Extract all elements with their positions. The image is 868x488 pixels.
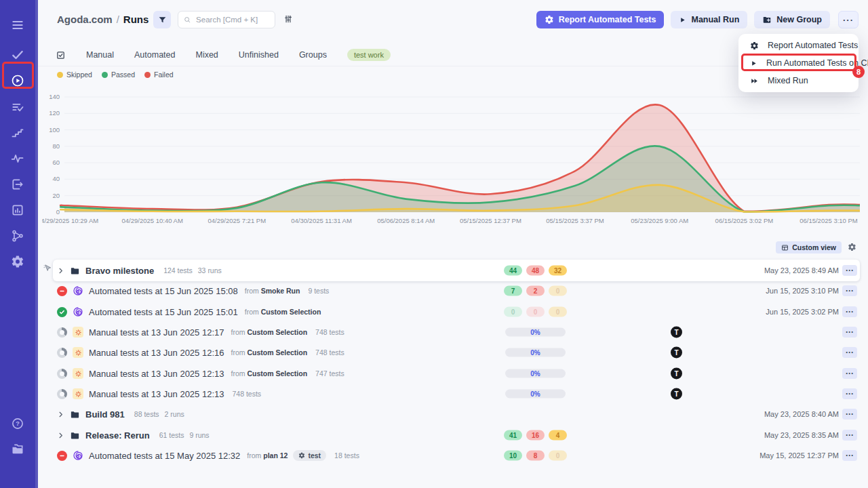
tests-count: 748 tests [232,390,261,398]
result-badges: 41164 [504,430,567,441]
new-group-button[interactable]: New Group [754,11,830,28]
row-menu-button[interactable]: ··· [842,430,857,441]
branch-icon [11,229,24,243]
status-failed-icon [57,451,67,461]
select-runs-icon[interactable] [56,50,66,60]
sidebar-item-branch[interactable] [0,223,35,249]
table-row[interactable]: Release: Rerun61 tests9 runs41164May 23,… [0,426,868,444]
sidebar-item-help[interactable] [0,411,35,436]
group-title[interactable]: Release: Rerun [85,430,150,441]
sidebar-item-folders[interactable] [0,436,35,462]
expand-chevron-icon[interactable] [57,432,64,439]
tab-mixed[interactable]: Mixed [195,50,218,60]
legend-dot [102,72,108,78]
table-row[interactable]: Automated tests at 15 May 2025 12:32from… [0,447,868,464]
row-menu-button[interactable]: ··· [842,347,857,358]
manual-run-icon [73,347,83,358]
sidebar-item-play-circle[interactable] [0,68,35,94]
table-row[interactable]: Bravo milestone124 tests33 runs444832May… [0,262,868,279]
row-main: Automated tests at 15 May 2025 12:32from… [57,447,359,464]
run-title[interactable]: Automated tests at 15 Jun 2025 15:01 [89,307,238,317]
more-actions-button[interactable]: ··· [838,11,859,28]
table-row[interactable]: Manual tests at 13 Jun 2025 12:17from Cu… [0,323,868,341]
assignee-avatar[interactable]: T [671,388,682,400]
row-menu-button[interactable]: ··· [842,368,857,379]
search-settings-icon[interactable] [283,14,293,24]
run-tag[interactable]: test [293,450,326,461]
row-menu-button[interactable]: ··· [842,265,857,276]
assignee-avatar[interactable]: T [671,327,682,338]
group-title[interactable]: Bravo milestone [85,266,154,276]
table-row[interactable]: Automated tests at 15 Jun 2025 15:01from… [0,303,868,321]
run-title[interactable]: Manual tests at 13 Jun 2025 12:16 [89,348,224,358]
skipped-badge: 0 [549,307,567,317]
filter-tag-pill[interactable]: test work [347,49,391,61]
custom-view-button[interactable]: Custom view [776,241,842,253]
table-row[interactable]: Build 98188 tests2 runsMay 23, 2025 8:40… [0,405,868,423]
run-date: Jun 15, 2025 3:02 PM [766,308,839,316]
row-menu-button[interactable]: ··· [842,285,857,296]
sidebar-item-menu[interactable] [0,12,35,38]
table-row[interactable]: Manual tests at 13 Jun 2025 12:13from Cu… [0,365,868,382]
table-row[interactable]: Automated tests at 15 Jun 2025 15:08from… [0,282,868,300]
gear-icon [545,15,554,24]
folder-icon [70,430,80,441]
manual-run-button[interactable]: Manual Run [671,11,747,28]
gear-icon [298,452,305,459]
assignee-avatar[interactable]: T [671,368,682,380]
legend-label: Failed [154,70,174,79]
expand-chevron-icon[interactable] [57,411,64,418]
menu-item-run-automated-tests-on-ci[interactable]: Run Automated Tests on CI [738,54,859,72]
table-row[interactable]: Manual tests at 13 Jun 2025 12:16from Cu… [0,344,868,361]
report-automated-tests-button[interactable]: Report Automated Tests [536,11,665,28]
sidebar-item-steps[interactable] [0,120,35,146]
sidebar-item-check[interactable] [0,42,35,68]
row-menu-button[interactable]: ··· [842,450,857,461]
legend-dot [57,72,63,78]
menu-item-mixed-run[interactable]: Mixed Run [738,72,859,89]
result-badges: 000 [504,307,567,317]
tab-groups[interactable]: Groups [299,50,327,60]
menu-item-report-automated-tests[interactable]: Report Automated Tests [738,37,859,54]
sidebar-item-import[interactable] [0,171,35,197]
run-title[interactable]: Manual tests at 13 Jun 2025 12:13 [89,389,224,399]
run-date: May 23, 2025 8:40 AM [764,410,839,418]
view-settings-icon[interactable] [848,243,856,251]
row-menu-button[interactable]: ··· [842,306,857,317]
search-box [178,11,275,28]
svg-text:04/30/2025 11:31 AM: 04/30/2025 11:31 AM [291,217,352,224]
tab-manual[interactable]: Manual [86,50,114,60]
table-row[interactable]: Manual tests at 13 Jun 2025 12:13748 tes… [0,385,868,403]
svg-text:04/29/2025 10:40 AM: 04/29/2025 10:40 AM [122,217,183,224]
automated-run-icon [73,306,83,317]
svg-text:05/15/2025 12:37 PM: 05/15/2025 12:37 PM [460,217,521,224]
runs-count: 9 runs [189,431,209,439]
tab-unfinished[interactable]: Unfinished [239,50,279,60]
row-menu-button[interactable]: ··· [842,327,857,338]
expand-chevron-icon[interactable] [57,267,64,274]
legend-dot [144,72,151,78]
skipped-badge: 0 [549,286,567,296]
legend-item: Failed [144,70,174,79]
run-date: May 23, 2025 8:49 AM [764,266,839,274]
sidebar-item-list-check[interactable] [0,94,35,120]
assignee-avatar[interactable]: T [671,347,682,359]
run-title[interactable]: Automated tests at 15 May 2025 12:32 [89,451,240,461]
tab-automated[interactable]: Automated [134,50,175,60]
row-menu-button[interactable]: ··· [842,388,857,399]
sidebar-item-chart[interactable] [0,197,35,223]
search-input[interactable] [195,15,269,24]
passed-badge: 41 [504,430,522,441]
breadcrumb-project[interactable]: Agoda.com [57,14,113,25]
sidebar-item-gear[interactable] [0,249,35,274]
run-title[interactable]: Automated tests at 15 Jun 2025 15:08 [89,286,238,296]
row-menu-button[interactable]: ··· [842,409,857,420]
group-title[interactable]: Build 981 [85,409,125,420]
failed-badge: 2 [526,286,545,296]
filter-button[interactable] [153,11,171,28]
sidebar-item-pulse[interactable] [0,146,35,171]
menu-item-label: Report Automated Tests [768,41,858,50]
run-title[interactable]: Manual tests at 13 Jun 2025 12:17 [89,327,224,338]
run-title[interactable]: Manual tests at 13 Jun 2025 12:13 [89,369,224,379]
check-sm-icon [59,309,65,315]
